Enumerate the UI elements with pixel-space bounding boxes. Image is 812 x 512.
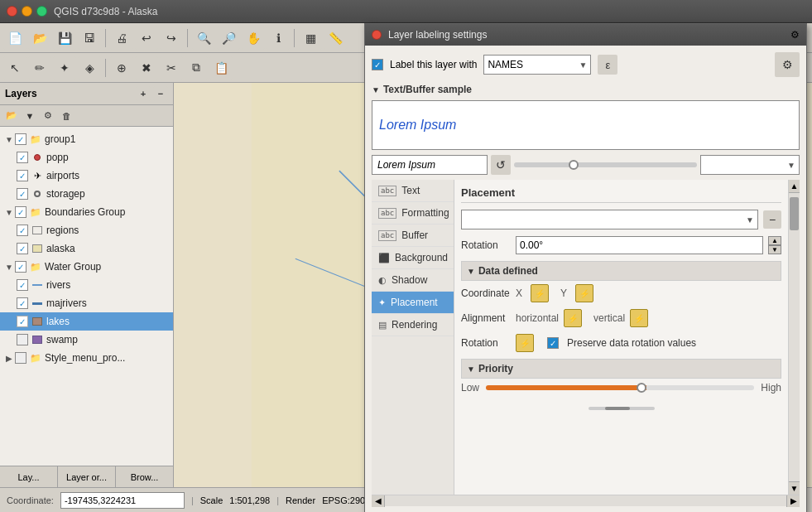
swamp-checkbox[interactable]	[17, 334, 28, 345]
spin-down-icon[interactable]: ▼	[768, 245, 781, 254]
expand-icon[interactable]: ▼	[3, 133, 15, 145]
close-button[interactable]	[7, 6, 17, 17]
redo-btn[interactable]: ↪	[160, 27, 183, 50]
remove-layer-btn[interactable]: 🗑	[58, 108, 74, 124]
rotation-dd-btn[interactable]: ⚡	[516, 334, 534, 352]
layer-rivers[interactable]: rivers	[0, 276, 173, 294]
coordinate-input[interactable]	[60, 492, 185, 509]
layers-remove-btn[interactable]: −	[153, 86, 168, 101]
expression-btn[interactable]: ε	[598, 55, 617, 75]
alaska-checkbox[interactable]	[17, 243, 28, 254]
layer-alaska[interactable]: alaska	[0, 239, 173, 258]
add-feature-btn[interactable]: ⊕	[110, 56, 133, 80]
layer-majrivers[interactable]: majrivers	[0, 294, 173, 312]
node-tool-btn[interactable]: ◈	[78, 56, 101, 80]
layer-regions[interactable]: regions	[0, 221, 173, 239]
layers-add-btn[interactable]: +	[136, 86, 151, 101]
identify-btn[interactable]: ℹ	[267, 27, 290, 50]
rotation-spinner[interactable]: ▲ ▼	[768, 236, 781, 254]
layer-swamp[interactable]: swamp	[0, 331, 173, 349]
data-defined-header[interactable]: ▼ Data defined	[461, 261, 781, 281]
popp-checkbox[interactable]	[17, 152, 28, 163]
panel-item-shadow[interactable]: ◐ Shadow	[372, 269, 454, 292]
maximize-button[interactable]	[36, 6, 47, 17]
open-layer-btn[interactable]: 📂	[3, 108, 20, 124]
data-defined-collapse-icon[interactable]: ▼	[467, 267, 475, 276]
airports-checkbox[interactable]	[17, 170, 28, 181]
new-project-btn[interactable]: 📄	[3, 27, 26, 50]
save-as-btn[interactable]: 🖫	[78, 27, 101, 50]
cut-features-btn[interactable]: ✂	[160, 56, 183, 80]
browser-tab[interactable]: Brow...	[116, 466, 173, 487]
pan-btn[interactable]: ✋	[242, 27, 265, 50]
layer-popp[interactable]: popp	[0, 148, 173, 167]
layer-boundaries-group[interactable]: ▼ 📁 Boundaries Group	[0, 203, 173, 221]
zoom-in-btn[interactable]: 🔍	[192, 27, 215, 50]
panel-item-buffer[interactable]: abc Buffer	[372, 225, 454, 247]
expand-icon[interactable]: ▼	[3, 261, 15, 273]
layer-water-group[interactable]: ▼ 📁 Water Group	[0, 258, 173, 276]
priority-collapse-icon[interactable]: ▼	[467, 365, 475, 374]
layer-lakes[interactable]: lakes	[0, 312, 173, 331]
water-checkbox[interactable]	[15, 261, 26, 273]
panel-item-formatting[interactable]: abc Formatting	[372, 202, 454, 225]
preview-refresh-btn[interactable]: ↺	[491, 155, 511, 175]
priority-slider[interactable]	[486, 385, 754, 390]
scroll-up-btn[interactable]: ▲	[789, 180, 800, 193]
layer-storagep[interactable]: storagep	[0, 185, 173, 203]
print-btn[interactable]: 🖨	[110, 27, 133, 50]
save-project-btn[interactable]: 💾	[53, 27, 76, 50]
panel-item-rendering[interactable]: ▤ Rendering	[372, 314, 454, 336]
label-options-btn[interactable]: ⚙	[775, 52, 800, 77]
majrivers-checkbox[interactable]	[17, 297, 28, 309]
placement-mode-dropdown[interactable]: ▼	[461, 210, 758, 229]
zoom-out-btn[interactable]: 🔎	[217, 27, 240, 50]
right-scrollbar[interactable]: ▲ ▼	[788, 180, 800, 495]
rotation-input[interactable]	[516, 236, 763, 254]
layer-airports[interactable]: ✈ airports	[0, 167, 173, 185]
preview-slider[interactable]	[514, 162, 697, 167]
label-field-dropdown[interactable]: NAMES ▼	[483, 55, 591, 75]
bottom-scrollbar[interactable]: ◀ ▶	[372, 495, 800, 506]
scroll-left-btn[interactable]: ◀	[372, 495, 385, 507]
panel-item-text[interactable]: abc Text	[372, 180, 454, 202]
preview-collapse-icon[interactable]: ▼	[372, 85, 380, 94]
dialog-close-btn[interactable]	[372, 30, 382, 40]
layer-style[interactable]: ▶ 📁 Style_menu_pro...	[0, 349, 173, 367]
placement-minus-btn[interactable]: −	[763, 210, 781, 229]
open-project-btn[interactable]: 📂	[28, 27, 51, 50]
expand-icon[interactable]: ▼	[3, 206, 15, 218]
filter-layer-btn[interactable]: ▼	[22, 108, 38, 124]
scroll-down-btn[interactable]: ▼	[789, 481, 800, 495]
preview-size-dropdown[interactable]: ▼	[700, 155, 800, 175]
undo-btn[interactable]: ↩	[135, 27, 158, 50]
scroll-bar[interactable]	[589, 407, 655, 410]
lakes-checkbox[interactable]	[17, 316, 28, 327]
regions-checkbox[interactable]	[17, 225, 28, 236]
layers-tab[interactable]: Lay...	[0, 466, 58, 487]
x-dd-btn[interactable]: ⚡	[531, 284, 549, 302]
group1-checkbox[interactable]	[15, 133, 26, 145]
horizontal-dd-btn[interactable]: ⚡	[564, 309, 582, 327]
spin-up-icon[interactable]: ▲	[768, 236, 781, 245]
measure-btn[interactable]: 📏	[324, 27, 347, 50]
rivers-checkbox[interactable]	[17, 279, 28, 291]
copy-features-btn[interactable]: ⧉	[185, 56, 208, 80]
style-checkbox[interactable]	[15, 352, 26, 364]
priority-header[interactable]: ▼ Priority	[461, 359, 781, 379]
layer-group1[interactable]: ▼ 📁 group1	[0, 130, 173, 148]
scroll-right-btn[interactable]: ▶	[786, 495, 800, 507]
move-feature-btn[interactable]: ✦	[53, 56, 76, 80]
preserve-rotation-checkbox[interactable]	[547, 337, 559, 349]
delete-selected-btn[interactable]: ✖	[135, 56, 158, 80]
pointer-btn[interactable]: ↖	[3, 56, 26, 80]
boundaries-checkbox[interactable]	[15, 206, 26, 218]
panel-item-background[interactable]: ⬛ Background	[372, 247, 454, 269]
vertical-dd-btn[interactable]: ⚡	[630, 309, 648, 327]
layer-order-tab[interactable]: Layer or...	[58, 466, 116, 487]
select-btn[interactable]: ▦	[299, 27, 322, 50]
storagep-checkbox[interactable]	[17, 188, 28, 200]
preview-input[interactable]	[372, 155, 488, 175]
layer-properties-btn[interactable]: ⚙	[40, 108, 56, 124]
minimize-button[interactable]	[22, 6, 32, 17]
